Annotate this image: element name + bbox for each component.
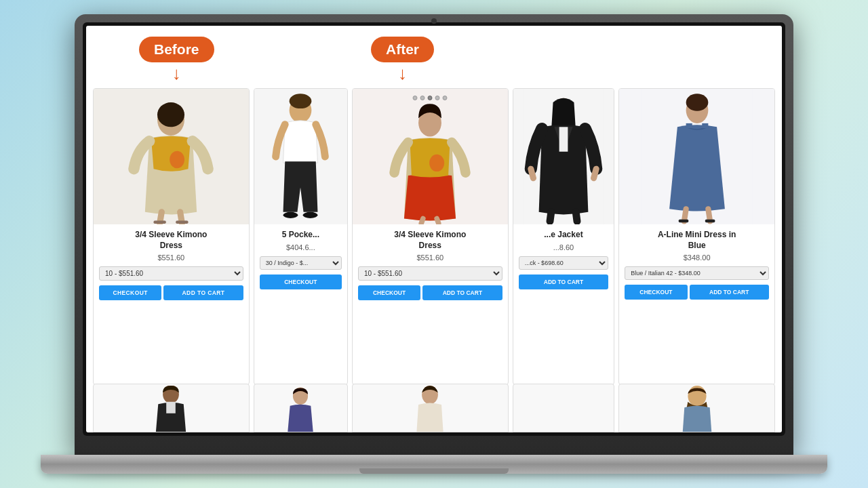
product-buttons-1: CHECKOUT ADD TO CART xyxy=(99,285,243,300)
product-card-1: 3/4 Sleeve KimonoDress $551.60 10 - $551… xyxy=(93,88,250,385)
laptop-base xyxy=(41,455,827,474)
black-jacket-svg xyxy=(519,89,608,224)
svg-rect-22 xyxy=(678,220,688,223)
product-image-4 xyxy=(513,89,614,224)
product-info-4: ...e Jacket ...8.60 ...ck - $698.60 ADD … xyxy=(513,224,614,384)
add-to-cart-btn-5[interactable]: ADD TO CART xyxy=(690,285,769,300)
laptop-container: Before ↓ After ↓ xyxy=(41,14,827,474)
svg-rect-16 xyxy=(559,127,568,151)
product-card-2: 5 Pocke... $404.6... 30 / Indigo - $... … xyxy=(254,88,348,385)
screen-bezel: Before ↓ After ↓ xyxy=(83,22,785,436)
product-card-3: 3/4 Sleeve KimonoDress $551.60 10 - $551… xyxy=(352,88,509,385)
product-price-1: $551.60 xyxy=(99,253,243,262)
product-buttons-5: CHECKOUT ADD TO CART xyxy=(625,285,769,300)
svg-point-13 xyxy=(429,155,444,171)
product-price-3: $551.60 xyxy=(358,253,502,262)
bottom-card-4 xyxy=(513,384,615,432)
product-image-1 xyxy=(94,89,249,224)
svg-rect-20 xyxy=(686,123,692,128)
before-arrow: ↓ xyxy=(172,64,181,82)
svg-point-19 xyxy=(686,94,708,110)
product-select-5[interactable]: Blue / Italian 42 - $348.00 xyxy=(625,266,769,280)
blue-dress-svg xyxy=(636,89,758,224)
webcam-dot xyxy=(431,18,437,24)
bottom-fig-3 xyxy=(399,386,460,432)
product-price-5: $348.00 xyxy=(625,253,769,262)
product-card-4: ...e Jacket ...8.60 ...ck - $698.60 ADD … xyxy=(513,88,615,385)
laptop-body: Before ↓ After ↓ xyxy=(75,14,793,455)
kimono-front-svg xyxy=(369,101,491,224)
product-buttons-2: CHECKOUT xyxy=(260,274,342,289)
svg-rect-4 xyxy=(154,221,166,224)
add-to-cart-btn-1[interactable]: ADD TO CART xyxy=(163,285,243,300)
bottom-fig-5 xyxy=(667,386,728,432)
after-label-wrapper: After ↓ xyxy=(371,37,434,82)
man-svg xyxy=(260,89,341,224)
product-title-5: A-Line Mini Dress inBlue xyxy=(625,230,769,251)
svg-point-10 xyxy=(303,212,318,218)
bottom-card-5 xyxy=(618,384,775,432)
product-select-1[interactable]: 10 - $551.60 xyxy=(99,266,243,281)
bottom-card-2 xyxy=(254,384,348,432)
bottom-card-1 xyxy=(93,384,250,432)
checkout-btn-1[interactable]: CHECKOUT xyxy=(99,285,161,300)
product-select-3[interactable]: 10 - $551.60 xyxy=(358,266,502,281)
product-info-2: 5 Pocke... $404.6... 30 / Indigo - $... … xyxy=(254,224,347,384)
bottom-fig-2 xyxy=(277,386,324,432)
product-info-1: 3/4 Sleeve KimonoDress $551.60 10 - $551… xyxy=(94,224,249,384)
checkout-btn-2[interactable]: CHECKOUT xyxy=(260,274,342,289)
product-info-5: A-Line Mini Dress inBlue $348.00 Blue / … xyxy=(619,224,774,384)
svg-point-3 xyxy=(170,151,185,168)
product-select-2[interactable]: 30 / Indigo - $... xyxy=(260,256,342,270)
bottom-fig-1 xyxy=(140,386,201,432)
svg-rect-21 xyxy=(702,123,708,128)
product-title-3: 3/4 Sleeve KimonoDress xyxy=(358,230,502,251)
add-to-cart-btn-4[interactable]: ADD TO CART xyxy=(519,274,609,289)
svg-rect-26 xyxy=(167,402,176,413)
product-title-4: ...e Jacket xyxy=(519,230,609,241)
screen: Before ↓ After ↓ xyxy=(86,26,782,432)
product-image-3 xyxy=(353,89,508,224)
svg-rect-5 xyxy=(176,221,189,224)
product-info-3: 3/4 Sleeve KimonoDress $551.60 10 - $551… xyxy=(353,224,508,384)
product-image-2 xyxy=(254,89,347,224)
product-price-2: $404.6... xyxy=(260,243,342,251)
bottom-card-3 xyxy=(352,384,509,432)
product-title-2: 5 Pocke... xyxy=(260,230,342,241)
before-badge: Before xyxy=(139,37,214,62)
products-row: 3/4 Sleeve KimonoDress $551.60 10 - $551… xyxy=(93,88,775,385)
bottom-row xyxy=(93,384,775,432)
product-image-5 xyxy=(619,89,774,224)
product-buttons-4: ADD TO CART xyxy=(519,274,609,289)
svg-point-9 xyxy=(283,212,298,218)
add-to-cart-btn-3[interactable]: ADD TO CART xyxy=(422,285,502,300)
svg-rect-23 xyxy=(705,220,715,223)
checkout-btn-5[interactable]: CHECKOUT xyxy=(625,285,687,300)
after-badge: After xyxy=(371,37,434,62)
product-price-4: ...8.60 xyxy=(519,243,609,251)
product-card-5: A-Line Mini Dress inBlue $348.00 Blue / … xyxy=(618,88,775,385)
svg-point-2 xyxy=(157,102,184,127)
checkout-btn-3[interactable]: CHECKOUT xyxy=(358,285,420,300)
product-title-1: 3/4 Sleeve KimonoDress xyxy=(99,230,243,251)
product-buttons-3: CHECKOUT ADD TO CART xyxy=(358,285,502,300)
after-arrow: ↓ xyxy=(398,64,407,82)
kimono-back-svg xyxy=(110,89,232,224)
before-label-wrapper: Before ↓ xyxy=(139,37,214,82)
product-select-4[interactable]: ...ck - $698.60 xyxy=(519,256,609,270)
svg-point-8 xyxy=(290,94,312,108)
